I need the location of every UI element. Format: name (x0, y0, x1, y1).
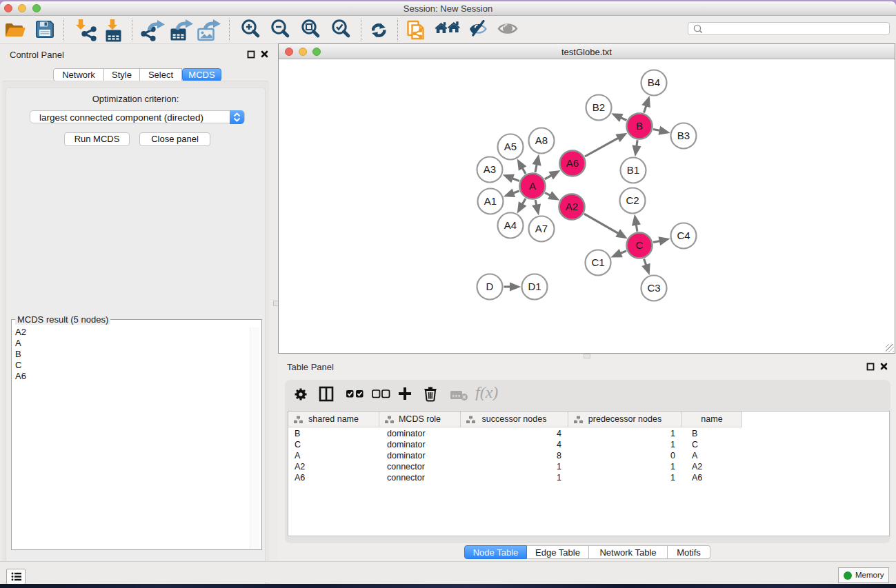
svg-text:A4: A4 (504, 219, 517, 231)
svg-text:C2: C2 (626, 194, 639, 206)
svg-text:C1: C1 (591, 256, 604, 268)
svg-text:A: A (529, 180, 536, 192)
svg-text:A7: A7 (535, 223, 548, 234)
svg-text:C3: C3 (647, 282, 660, 294)
svg-text:f(x): f(x) (475, 383, 498, 401)
svg-text:B2: B2 (593, 101, 605, 113)
svg-text:C: C (636, 239, 644, 251)
svg-text:A8: A8 (535, 134, 548, 146)
svg-text:B3: B3 (677, 130, 690, 141)
svg-text:B: B (636, 120, 643, 132)
svg-text:D: D (486, 281, 494, 292)
svg-text:D1: D1 (528, 281, 541, 292)
svg-text:A2: A2 (566, 201, 578, 212)
svg-text:A3: A3 (484, 163, 496, 175)
svg-text:C4: C4 (677, 230, 690, 241)
svg-text:B4: B4 (648, 77, 660, 88)
svg-text:B1: B1 (627, 164, 639, 176)
svg-text:A1: A1 (484, 195, 497, 207)
svg-text:A6: A6 (566, 157, 579, 169)
svg-text:A5: A5 (504, 141, 517, 152)
